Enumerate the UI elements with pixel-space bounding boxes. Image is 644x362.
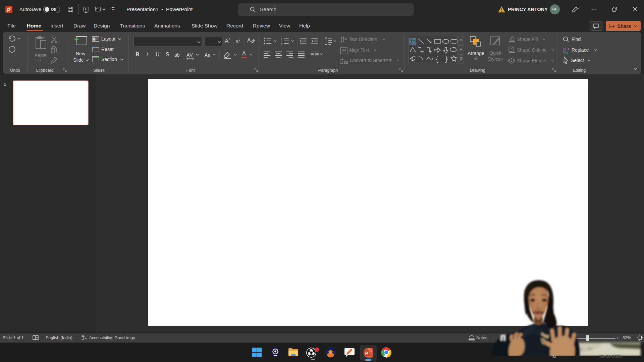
- svg-text:c: c: [566, 50, 568, 55]
- svg-text:P: P: [7, 7, 10, 13]
- svg-text:3: 3: [281, 43, 282, 45]
- svg-text:A: A: [412, 40, 414, 43]
- svg-text:A: A: [344, 37, 347, 41]
- svg-text:P: P: [365, 351, 368, 356]
- svg-text:1: 1: [281, 38, 282, 40]
- svg-text:2: 2: [281, 40, 282, 43]
